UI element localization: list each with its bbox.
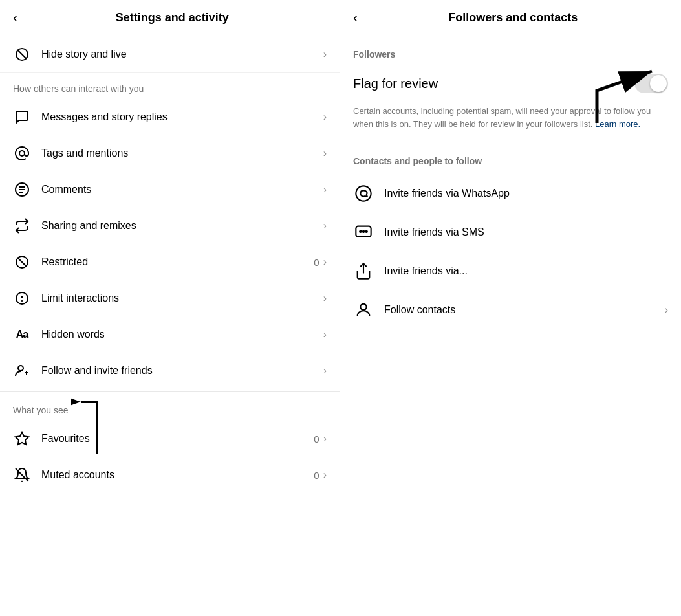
section-interact-label: How others can interact with you: [0, 73, 340, 99]
svg-point-9: [18, 366, 23, 371]
muted-icon: [13, 466, 31, 484]
whatsapp-icon: [353, 183, 374, 204]
contact-item-follow-contacts[interactable]: Follow contacts ›: [340, 291, 681, 329]
whatsapp-label: Invite friends via WhatsApp: [384, 188, 510, 199]
aa-icon: Aa: [13, 325, 31, 344]
star-icon: [13, 430, 31, 448]
svg-line-5: [17, 258, 27, 267]
contact-item-sms[interactable]: Invite friends via SMS: [340, 213, 681, 252]
sms-label: Invite friends via SMS: [384, 226, 484, 238]
sharing-chevron: ›: [323, 220, 327, 232]
toggle-thumb: [650, 75, 667, 92]
favourites-chevron: ›: [323, 433, 327, 445]
muted-chevron: ›: [323, 469, 327, 481]
right-header: ‹ Followers and contacts: [340, 0, 681, 36]
sharing-label: Sharing and remixes: [41, 220, 136, 232]
follow-contacts-label: Follow contacts: [384, 304, 455, 316]
sidebar-item-muted[interactable]: Muted accounts 0 ›: [0, 457, 340, 493]
invite-via-label: Invite friends via...: [384, 265, 468, 277]
muted-label: Muted accounts: [41, 469, 114, 481]
svg-point-8: [22, 301, 23, 302]
learn-more-link[interactable]: Learn more.: [595, 119, 640, 129]
left-panel: ‹ Settings and activity Hide story and l…: [0, 0, 340, 616]
message-icon: [13, 108, 31, 126]
sidebar-item-tags[interactable]: Tags and mentions ›: [0, 135, 340, 171]
right-panel: ‹ Followers and contacts Followers Flag …: [340, 0, 681, 616]
restricted-icon: [13, 253, 31, 271]
favourites-label: Favourites: [41, 433, 90, 445]
flag-toggle[interactable]: [634, 74, 668, 93]
messages-label: Messages and story replies: [41, 111, 168, 123]
blocked-icon: [13, 45, 31, 63]
top-item-left: Hide story and live: [13, 45, 127, 63]
limit-chevron: ›: [323, 292, 327, 304]
sidebar-item-sharing[interactable]: Sharing and remixes ›: [0, 208, 340, 244]
sidebar-item-messages[interactable]: Messages and story replies ›: [0, 99, 340, 135]
sidebar-item-favourites[interactable]: Favourites 0 ›: [0, 421, 340, 457]
flag-review-row: Flag for review: [340, 65, 681, 102]
hidden-words-label: Hidden words: [41, 329, 105, 340]
restricted-badge: 0: [314, 257, 319, 268]
right-content: Followers Flag for review Certain accoun…: [340, 36, 681, 329]
sms-icon: [353, 222, 374, 243]
sidebar-item-comments[interactable]: Comments ›: [0, 171, 340, 208]
top-item-chevron: ›: [323, 49, 327, 60]
favourites-badge: 0: [314, 434, 319, 445]
svg-point-18: [363, 231, 364, 232]
left-header: ‹ Settings and activity: [0, 0, 340, 36]
svg-marker-13: [16, 432, 28, 445]
contact-item-invite-via[interactable]: Invite friends via...: [340, 252, 681, 291]
limit-label: Limit interactions: [41, 292, 119, 304]
sidebar-item-follow-invite[interactable]: Follow and invite friends ›: [0, 353, 340, 389]
tags-label: Tags and mentions: [41, 148, 128, 159]
svg-point-19: [366, 231, 367, 232]
right-back-button[interactable]: ‹: [353, 11, 358, 25]
svg-point-21: [360, 304, 366, 310]
flag-description: Certain accounts, including potential sp…: [340, 102, 681, 143]
sidebar-item-limit[interactable]: Limit interactions ›: [0, 280, 340, 316]
sharing-icon: [13, 217, 31, 235]
top-item-text: Hide story and live: [41, 49, 127, 60]
restricted-label: Restricted: [41, 256, 88, 268]
messages-chevron: ›: [323, 111, 327, 123]
left-back-button[interactable]: ‹: [13, 11, 17, 25]
comments-chevron: ›: [323, 184, 327, 195]
muted-badge: 0: [314, 470, 319, 481]
top-item[interactable]: Hide story and live ›: [0, 36, 340, 73]
flag-label: Flag for review: [353, 76, 438, 91]
sidebar-item-restricted[interactable]: Restricted 0 ›: [0, 244, 340, 280]
contacts-section-header: Contacts and people to follow: [340, 143, 681, 174]
right-panel-title: Followers and contacts: [358, 11, 668, 25]
limit-icon: [13, 289, 31, 307]
at-icon: [13, 144, 31, 162]
followers-section-header: Followers: [340, 36, 681, 65]
person-icon: [353, 300, 374, 320]
section-see-label: What you see: [0, 395, 340, 421]
follow-icon: [13, 362, 31, 380]
left-panel-title: Settings and activity: [17, 11, 327, 25]
follow-invite-chevron: ›: [323, 365, 327, 377]
svg-line-1: [17, 50, 27, 59]
comments-label: Comments: [41, 184, 91, 195]
comment-icon: [13, 181, 31, 199]
svg-point-2: [19, 151, 25, 156]
hidden-words-chevron: ›: [323, 329, 327, 340]
svg-point-17: [360, 231, 361, 232]
follow-invite-label: Follow and invite friends: [41, 365, 153, 377]
divider-1: [0, 391, 340, 392]
tags-chevron: ›: [323, 148, 327, 159]
follow-contacts-chevron: ›: [665, 304, 668, 316]
svg-point-15: [356, 186, 371, 201]
share-icon: [353, 261, 374, 281]
sidebar-item-hidden-words[interactable]: Aa Hidden words ›: [0, 316, 340, 353]
contact-item-whatsapp[interactable]: Invite friends via WhatsApp: [340, 174, 681, 213]
restricted-chevron: ›: [323, 256, 327, 268]
